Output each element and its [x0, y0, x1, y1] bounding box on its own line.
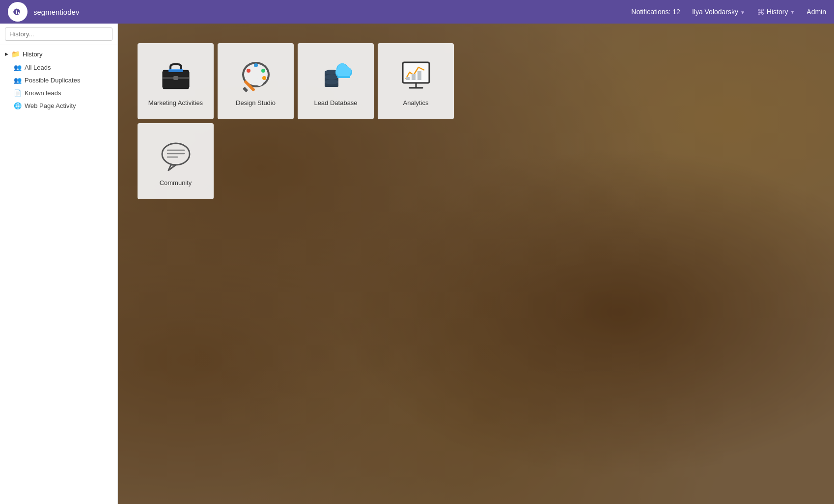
design-studio-icon: [239, 58, 273, 93]
section-label: History: [23, 51, 42, 58]
web-page-activity-icon: 🌐: [14, 102, 22, 109]
lead-database-icon-area: [318, 58, 354, 93]
marketing-activities-tile[interactable]: Marketing Activities: [138, 43, 214, 119]
sidebar-tree: ▶ 📁 History 👥 All Leads 👥 Possible Dupli…: [0, 45, 117, 114]
community-tile[interactable]: Community: [138, 123, 214, 199]
section-icon: 📁: [11, 50, 20, 58]
marketing-activities-icon-area: [158, 58, 194, 93]
app-name: segmentiodev: [33, 8, 79, 16]
design-studio-label: Design Studio: [236, 99, 276, 106]
logo-icon[interactable]: [8, 2, 28, 22]
svg-rect-29: [406, 77, 410, 80]
analytics-tile[interactable]: Analytics: [378, 43, 454, 119]
sidebar-item-web-page-activity[interactable]: 🌐 Web Page Activity: [0, 99, 117, 112]
svg-rect-4: [168, 69, 183, 72]
community-icon-area: [158, 138, 194, 173]
collapse-arrow-icon: ▶: [5, 52, 8, 56]
svg-point-18: [325, 80, 338, 84]
analytics-icon: [399, 58, 433, 93]
svg-rect-14: [243, 87, 248, 92]
svg-point-8: [247, 69, 250, 73]
svg-point-9: [254, 63, 258, 67]
web-page-activity-label: Web Page Activity: [25, 102, 76, 109]
analytics-icon-area: [398, 58, 434, 93]
design-studio-icon-area: [238, 58, 274, 93]
known-leads-label: Known leads: [25, 89, 61, 97]
lead-database-label: Lead Database: [314, 99, 357, 106]
top-navigation: segmentiodev Notifications: 12 Ilya Volo…: [0, 0, 834, 24]
all-leads-icon: 👥: [14, 63, 22, 71]
sidebar-item-known-leads[interactable]: 📄 Known leads: [0, 86, 117, 99]
user-name-link[interactable]: Ilya Volodarsky ▼: [692, 8, 745, 16]
lead-database-icon: [319, 58, 353, 93]
tiles-grid: Marketing Activities: [138, 43, 454, 199]
history-section-header[interactable]: ▶ 📁 History: [0, 47, 117, 61]
svg-point-12: [255, 78, 263, 86]
community-label: Community: [160, 179, 192, 186]
marketing-activities-label: Marketing Activities: [148, 99, 203, 106]
svg-rect-5: [173, 76, 178, 80]
svg-point-11: [262, 76, 266, 80]
svg-rect-0: [16, 10, 17, 14]
main-layout: ▶ 📁 History 👥 All Leads 👥 Possible Dupli…: [0, 24, 834, 504]
lead-database-tile[interactable]: Lead Database: [298, 43, 374, 119]
history-icon: ⌘: [757, 7, 765, 17]
possible-duplicates-label: Possible Duplicates: [25, 77, 80, 84]
sidebar: ▶ 📁 History 👥 All Leads 👥 Possible Dupli…: [0, 24, 118, 504]
sidebar-item-possible-duplicates[interactable]: 👥 Possible Duplicates: [0, 74, 117, 86]
svg-rect-1: [18, 12, 19, 14]
analytics-label: Analytics: [403, 99, 428, 106]
logo-area[interactable]: segmentiodev: [8, 2, 79, 22]
sidebar-search-area: [0, 24, 117, 45]
svg-rect-30: [412, 74, 416, 80]
svg-point-10: [261, 69, 265, 73]
sidebar-item-all-leads[interactable]: 👥 All Leads: [0, 61, 117, 74]
content-area: Marketing Activities: [118, 24, 834, 504]
community-icon: [159, 138, 193, 173]
svg-rect-31: [417, 71, 421, 80]
possible-duplicates-icon: 👥: [14, 76, 22, 84]
all-leads-label: All Leads: [25, 64, 51, 71]
svg-rect-26: [338, 71, 350, 76]
sidebar-search-input[interactable]: [5, 27, 112, 41]
admin-link[interactable]: Admin: [806, 8, 826, 16]
nav-right: Notifications: 12 Ilya Volodarsky ▼ ⌘ Hi…: [631, 7, 826, 17]
design-studio-tile[interactable]: Design Studio: [218, 43, 294, 119]
known-leads-icon: 📄: [14, 89, 22, 97]
history-nav-link[interactable]: ⌘ History ▼: [757, 7, 795, 17]
marketing-activities-icon: [159, 58, 193, 93]
notifications-link[interactable]: Notifications: 12: [631, 8, 680, 16]
